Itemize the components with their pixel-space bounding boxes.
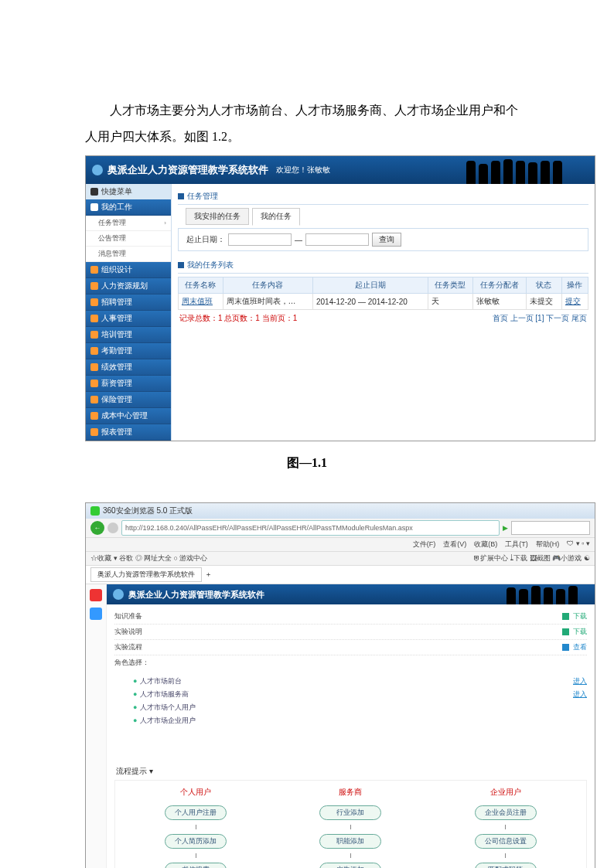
sidebar-item-attend[interactable]: 考勤管理 [86, 343, 171, 359]
browser-tab[interactable]: 奥派人力资源管理教学系统软件 [90, 567, 202, 582]
flow-label[interactable]: 流程提示 ▾ [114, 763, 587, 780]
new-tab-icon[interactable]: ＋ [205, 570, 212, 580]
flow-node[interactable]: 公司信息设置 [475, 834, 537, 849]
flow-node[interactable]: 行业添加 [319, 805, 381, 820]
td-content: 周末值班时间表，… [223, 294, 312, 310]
menu-fav[interactable]: 收藏(B) [474, 540, 497, 550]
folder-icon [90, 203, 98, 211]
flow-node[interactable]: 个人简历添加 [165, 834, 227, 849]
download-link[interactable]: 下载 [562, 627, 587, 637]
bullet-icon: ● [133, 703, 137, 711]
table-row: 周末值班 周末值班时间表，… 2014-12-20 — 2014-12-20 天… [179, 294, 588, 310]
sidebar-item-recruit[interactable]: 招聘管理 [86, 294, 171, 311]
task-table: 任务名称 任务内容 起止日期 任务类型 任务分配者 状态 操作 周末值班 周末值… [178, 277, 588, 310]
perf-icon [90, 363, 98, 371]
flow-node[interactable]: 个人用户注册 [165, 805, 227, 820]
search-button[interactable]: 查询 [372, 233, 401, 247]
sidebar-sub-task[interactable]: 任务管理› [86, 216, 171, 231]
sidebar-item-perf[interactable]: 绩效管理 [86, 359, 171, 376]
weibo-icon[interactable] [90, 589, 102, 601]
sidebar-item-salary[interactable]: 薪资管理 [86, 376, 171, 392]
download-link[interactable]: 下载 [562, 611, 587, 621]
go-button[interactable]: ▶ [503, 524, 508, 532]
th-assigner[interactable]: 任务分配者 [472, 277, 526, 294]
flowchart: 个人用户 个人用户注册 个人简历添加 书信搜索 简历查看 关键字搜索 地图搜索 … [114, 780, 587, 868]
td-date: 2014-12-20 — 2014-12-20 [312, 294, 428, 310]
left-icon-bar [86, 584, 107, 868]
tab-mytask[interactable]: 我的任务 [252, 208, 300, 226]
flow-node[interactable]: 广告添加 [319, 863, 381, 868]
flow-col-service: 服务商 行业添加 职能添加 广告添加 地标添加 系统配置设置 系统联络维护 [319, 787, 381, 868]
section-task-list: 我的任务列表 [178, 257, 588, 274]
intro-paragraph: 人才市场主要分为人才市场前台、人才市场服务商、人才市场企业用户和个人用户四大体系… [85, 97, 529, 149]
quick-menu-header: 快捷菜单 [86, 184, 171, 199]
sidebar-item-hr[interactable]: 人事管理 [86, 311, 171, 327]
menu-file[interactable]: 文件(F) [413, 540, 436, 550]
sidebar-item-train[interactable]: 培训管理 [86, 327, 171, 343]
bullet-icon: ● [133, 677, 137, 685]
sidebar-item-cost[interactable]: 成本中心管理 [86, 408, 171, 424]
browser-icon [90, 506, 100, 516]
url-input[interactable]: http://192.168.0.240/AllPassEHR/AllPassE… [121, 520, 500, 536]
pager-nav[interactable]: 首页 上一页 [1] 下一页 尾页 [493, 313, 587, 324]
flow-node[interactable]: 职能添加 [319, 834, 381, 849]
main-content: 任务管理 我安排的任务 我的任务 起止日期： — 查询 我的任务列表 任务名称 [171, 184, 595, 441]
row-flow: 实验流程查看 [114, 640, 587, 655]
th-status[interactable]: 状态 [527, 277, 562, 294]
th-content[interactable]: 任务内容 [223, 277, 312, 294]
sidebar-sub-msg[interactable]: 消息管理 [86, 247, 171, 262]
silhouette-graphic [505, 584, 579, 604]
fav-right[interactable]: ⛨扩展中心 ⤓下载 🖼截图 🎮小游戏 ☯ [473, 553, 590, 563]
enter-link[interactable]: 进入 [573, 676, 587, 686]
col-title: 个人用户 [180, 787, 211, 798]
th-type[interactable]: 任务类型 [428, 277, 473, 294]
sidebar-item-report[interactable]: 报表管理 [86, 424, 171, 441]
fwd-button[interactable] [107, 523, 118, 533]
search-input[interactable] [511, 521, 590, 535]
square-icon [178, 262, 184, 268]
back-button[interactable]: ← [90, 521, 104, 535]
share-icon[interactable] [90, 608, 102, 620]
view-link[interactable]: 查看 [562, 642, 587, 652]
role-enterprise: ●人才市场企业用户 [133, 714, 587, 727]
menu-help[interactable]: 帮助(H) [536, 540, 560, 550]
th-op[interactable]: 操作 [561, 277, 588, 294]
browser-menu: 文件(F) 查看(V) 收藏(B) 工具(T) 帮助(H) 🛡 ▾ ▫ ▾ [86, 538, 595, 552]
flow-node[interactable]: 书信搜索 [165, 863, 227, 868]
enter-link[interactable]: 进入 [573, 689, 587, 700]
task-name-link[interactable]: 周末值班 [182, 297, 213, 305]
th-date[interactable]: 起止日期 [312, 277, 428, 294]
sidebar-item-hrplan[interactable]: 人力资源规划 [86, 278, 171, 294]
sidebar-item-mywork[interactable]: 我的工作 [86, 199, 171, 216]
menu-sys[interactable]: 🛡 ▾ ▫ ▾ [567, 540, 590, 550]
sidebar-sub-notice[interactable]: 公告管理 [86, 231, 171, 247]
flow-node[interactable]: 企业会员注册 [475, 805, 537, 820]
org-icon [90, 266, 98, 274]
fav-left[interactable]: ☆收藏 ▾ 谷歌 ◎ 网址大全 ○ 游戏中心 [90, 553, 207, 563]
menu-tool[interactable]: 工具(T) [505, 540, 528, 550]
screenshot-1: 奥派企业人力资源管理教学系统软件 欢迎您！张敏敏 快捷菜单 我的工作 任务管理›… [85, 155, 595, 441]
flow-node[interactable]: 匹配求职简 [475, 863, 537, 868]
download-icon [562, 628, 569, 635]
tab-assigned[interactable]: 我安排的任务 [186, 208, 249, 225]
row-desc: 实验说明下载 [114, 625, 587, 640]
th-name[interactable]: 任务名称 [179, 277, 223, 294]
filter-label: 起止日期： [186, 234, 225, 245]
pager-info: 记录总数：1 总页数：1 当前页：1 [179, 313, 297, 324]
menu-view[interactable]: 查看(V) [443, 540, 466, 550]
browser-title: 360安全浏览器 5.0 正式版 [86, 503, 595, 519]
app-title: 奥派企业人力资源管理教学系统软件 [107, 163, 268, 177]
sidebar-item-insurance[interactable]: 保险管理 [86, 392, 171, 408]
submit-link[interactable]: 提交 [565, 297, 581, 305]
role-list: ●人才市场前台进入 ●人才市场服务商进入 ●人才市场个人用户 ●人才市场企业用户 [114, 670, 587, 732]
app-header-2: 奥派企业人力资源管理教学系统软件 [107, 584, 595, 604]
date-to-input[interactable] [305, 233, 369, 246]
pager: 记录总数：1 总页数：1 当前页：1 首页 上一页 [1] 下一页 尾页 [178, 310, 588, 327]
td-assigner: 张敏敏 [472, 294, 526, 310]
date-sep: — [295, 236, 302, 244]
app-header: 奥派企业人力资源管理教学系统软件 欢迎您！张敏敏 [86, 156, 595, 184]
role-service: ●人才市场服务商进入 [133, 688, 587, 701]
sidebar-item-org[interactable]: 组织设计 [86, 262, 171, 278]
chevron-right-icon: › [164, 220, 166, 226]
date-from-input[interactable] [228, 233, 292, 246]
